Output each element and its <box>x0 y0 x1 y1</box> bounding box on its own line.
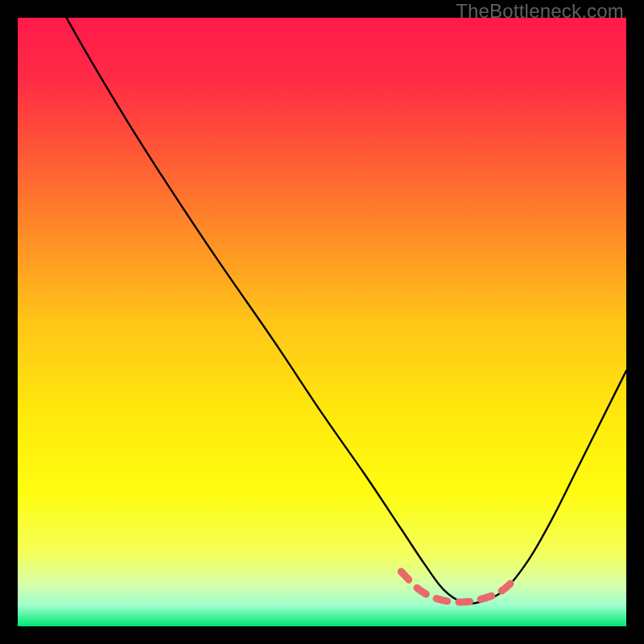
chart-svg <box>18 18 626 626</box>
gradient-background <box>18 18 626 626</box>
chart-frame <box>18 18 626 626</box>
watermark-text: TheBottleneck.com <box>456 0 624 23</box>
